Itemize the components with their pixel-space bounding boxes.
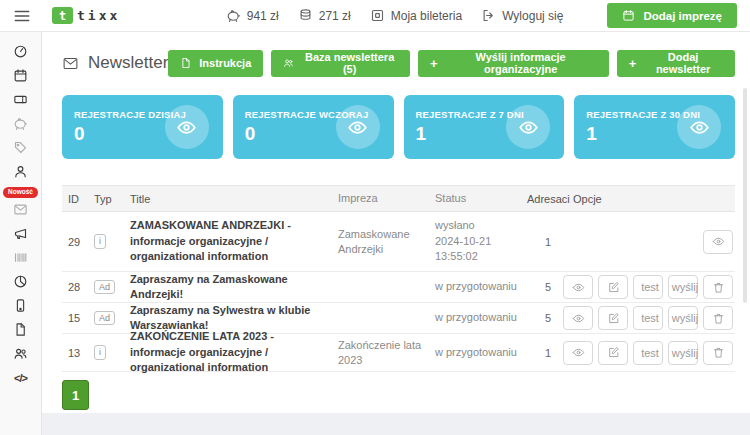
row-impreza: Zakończenie lata 2023 [336, 338, 433, 368]
app-window: t tixx 941 zł 271 zł Moja bileteria Wylo… [0, 0, 750, 435]
topbar: t tixx 941 zł 271 zł Moja bileteria Wylo… [0, 0, 750, 32]
topbar-right: 941 zł 271 zł Moja bileteria Wyloguj się… [226, 3, 737, 28]
add-newsletter-button[interactable]: + Dodaj newsletter [617, 50, 735, 77]
scrollbar-thumb[interactable] [743, 88, 747, 303]
send-button[interactable]: wyślij [668, 275, 698, 299]
test-button[interactable]: test [633, 341, 663, 365]
menu-icon[interactable] [13, 7, 31, 25]
users-icon[interactable] [0, 346, 42, 362]
row-status: w przygotowaniu [433, 279, 525, 295]
row-impreza: Zamaskowane Andrzejki [336, 227, 433, 257]
sidebar-nav: Nowość </> [0, 32, 42, 435]
send-org-info-button[interactable]: + Wyślij informacje organizacyjne [418, 50, 609, 77]
barcode-icon[interactable] [0, 250, 42, 266]
edit-button[interactable] [598, 341, 628, 365]
row-actions [571, 230, 735, 254]
view-button[interactable] [563, 275, 593, 299]
eye-icon[interactable] [336, 105, 380, 149]
trash-icon [712, 281, 725, 294]
view-button[interactable] [703, 230, 733, 254]
tag-icon[interactable] [0, 139, 42, 155]
page-title: Newsletter [62, 53, 168, 73]
row-typ: Ad [92, 280, 128, 295]
eye-icon [572, 281, 585, 294]
ticket-icon[interactable] [0, 91, 42, 107]
send-button[interactable]: wyślij [668, 341, 698, 365]
test-button[interactable]: test [633, 306, 663, 330]
col-header-title: Title [128, 193, 336, 205]
promoter-icon[interactable] [0, 163, 42, 179]
col-header-id: ID [62, 193, 92, 205]
calendar-icon[interactable] [0, 67, 42, 83]
row-adresaci: 1 [525, 236, 571, 248]
row-status: w przygotowaniu [433, 310, 525, 326]
type-badge: Ad [94, 280, 115, 295]
row-status: w przygotowaniu [433, 345, 525, 361]
newsletter-envelope-icon[interactable] [0, 202, 42, 218]
code-icon[interactable]: </> [0, 370, 42, 386]
pie-chart-icon[interactable] [0, 274, 42, 290]
stats-row: REJESTRACJE DZISIAJ0 REJESTRACJE WCZORAJ… [62, 95, 735, 159]
trash-icon [712, 312, 725, 325]
mobile-icon[interactable] [0, 298, 42, 314]
stat-card-today: REJESTRACJE DZISIAJ0 [62, 95, 223, 159]
piggy-bank-icon [226, 8, 241, 23]
piggy-bank-icon[interactable] [0, 115, 42, 131]
users-icon [283, 57, 294, 69]
row-title: Zapraszamy na Zamaskowane Andrzejki! [128, 272, 336, 303]
page-1-button[interactable]: 1 [62, 380, 89, 410]
table-row: 28 Ad Zapraszamy na Zamaskowane Andrzejk… [62, 272, 735, 303]
screen-icon [370, 8, 385, 23]
instruction-button[interactable]: Instrukcja [168, 50, 263, 77]
send-button[interactable]: wyślij [668, 306, 698, 330]
header-actions: Instrukcja Baza newslettera (5) + Wyślij… [168, 50, 735, 77]
delete-button[interactable] [703, 306, 733, 330]
view-button[interactable] [563, 306, 593, 330]
edit-button[interactable] [598, 306, 628, 330]
edit-icon [607, 281, 620, 294]
balance-primary: 941 zł [226, 8, 279, 23]
logout-link[interactable]: Wyloguj się [481, 8, 563, 23]
page-header: Newsletter Instrukcja Baza newslettera (… [62, 48, 735, 78]
logout-icon [481, 8, 496, 23]
new-feature-badge: Nowość [3, 187, 38, 198]
delete-button[interactable] [703, 275, 733, 299]
dashboard-icon[interactable] [0, 43, 42, 59]
eye-icon[interactable] [165, 105, 209, 149]
row-title: ZAMASKOWANE ANDRZEJKI - informacje organ… [128, 218, 336, 264]
row-typ: i [92, 234, 128, 249]
stat-card-yesterday: REJESTRACJE WCZORAJ0 [233, 95, 394, 159]
row-actions: test wyślij [571, 275, 735, 299]
eye-icon[interactable] [506, 105, 550, 149]
plus-icon: + [430, 57, 438, 70]
row-id: 15 [62, 312, 92, 324]
eye-icon[interactable] [677, 105, 721, 149]
table-row: 29 i ZAMASKOWANE ANDRZEJKI - informacje … [62, 212, 735, 272]
newsletter-base-button[interactable]: Baza newslettera (5) [271, 50, 410, 77]
trash-icon [712, 346, 725, 359]
stat-card-7days: REJESTRACJE Z 7 DNI1 [404, 95, 565, 159]
table-row: 13 i ZAKOŃCZENIE LATA 2023 - informacje … [62, 334, 735, 372]
newsletter-table: ID Typ Title Impreza Status Adresaci Opc… [62, 185, 735, 372]
test-button[interactable]: test [633, 275, 663, 299]
row-typ: i [92, 345, 128, 360]
type-badge: Ad [94, 311, 115, 326]
view-button[interactable] [563, 341, 593, 365]
edit-icon [607, 346, 620, 359]
row-actions: test wyślij [571, 341, 735, 365]
row-typ: Ad [92, 311, 128, 326]
my-bileteria-link[interactable]: Moja bileteria [370, 8, 462, 23]
calendar-icon [622, 9, 635, 22]
row-id: 28 [62, 281, 92, 293]
type-badge: i [94, 345, 106, 360]
main-content: Newsletter Instrukcja Baza newslettera (… [42, 32, 750, 413]
pagination: 1 [62, 380, 735, 410]
megaphone-icon[interactable] [0, 226, 42, 242]
row-id: 29 [62, 236, 92, 248]
document-icon[interactable] [0, 322, 42, 338]
delete-button[interactable] [703, 341, 733, 365]
add-event-button[interactable]: Dodaj imprezę [607, 3, 737, 28]
brand-name: tixx [77, 8, 120, 23]
col-header-opcje: Opcje [571, 193, 735, 205]
edit-button[interactable] [598, 275, 628, 299]
